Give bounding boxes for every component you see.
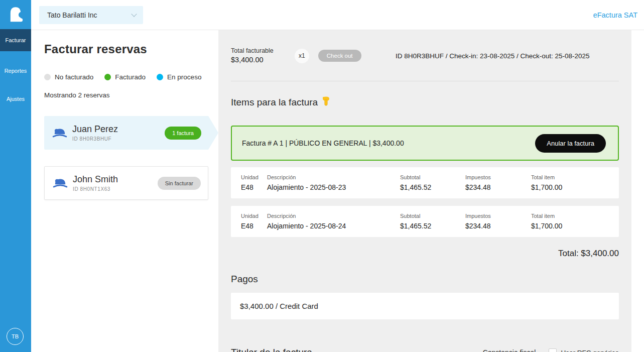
pagos-section-heading: Pagos <box>231 274 619 285</box>
constancia-fiscal-link[interactable]: Constancia fiscal <box>483 348 536 352</box>
titular-section: Titular de la factura Constancia fiscal … <box>231 347 619 352</box>
descripcion-column-header: Descripción <box>267 213 400 219</box>
total-item-value: $1,700.00 <box>531 183 609 191</box>
bed-icon <box>53 176 68 191</box>
bed-icon <box>52 126 67 141</box>
scrollbar-gutter <box>631 30 644 352</box>
guest-name: Juan Perez <box>72 124 165 135</box>
sidebar: Facturar Reportes Ajustes TB <box>0 0 31 352</box>
reservation-id: ID 8H0NT1X63 <box>73 186 158 192</box>
descripcion-column-header: Descripción <box>267 174 400 180</box>
reservation-id: ID 8H0R3BHUF <box>72 136 165 142</box>
topbar: Tato Barilatti Inc eFactura SAT <box>31 0 644 30</box>
total-facturable-block: Total facturable $3,400.00 <box>231 47 274 65</box>
reservation-info: Juan Perez ID 8H0R3BHUF <box>72 124 165 142</box>
sin-facturar-badge: Sin facturar <box>158 177 201 190</box>
factura-count-badge: 1 factura <box>165 127 201 140</box>
subtotal-column-header: Subtotal <box>400 213 465 219</box>
subtotal-value: $1,465.52 <box>400 222 465 230</box>
green-status-dot-icon <box>104 74 111 80</box>
invoice-grand-total: Total: $3,400.00 <box>231 249 619 259</box>
impuestos-column-header: Impuestos <box>465 213 531 219</box>
check-out-button[interactable]: Check out <box>318 50 361 62</box>
anular-factura-button[interactable]: Anular la factura <box>535 134 606 153</box>
reservations-panel: Facturar reservas No facturado Facturado… <box>31 30 218 352</box>
home-logo-icon <box>7 4 24 26</box>
rfc-generico-control: Usar RFC genérico <box>549 348 619 352</box>
items-section-heading: Items para la factura <box>231 96 619 108</box>
impuestos-value: $234.48 <box>465 222 531 230</box>
chevron-down-icon <box>131 11 137 17</box>
subtotal-value: $1,465.52 <box>400 183 465 191</box>
invoice-detail-panel: Total facturable $3,400.00 x1 Check out … <box>218 30 631 352</box>
property-selector-dropdown[interactable]: Tato Barilatti Inc <box>39 6 143 24</box>
legend-label: No facturado <box>55 73 93 81</box>
legend-facturado: Facturado <box>104 73 146 81</box>
unidad-value: E48 <box>241 183 267 191</box>
user-avatar[interactable]: TB <box>7 328 24 345</box>
sidebar-item-facturar[interactable]: Facturar <box>0 29 31 51</box>
subtotal-column-header: Subtotal <box>400 174 465 180</box>
pointing-down-emoji-icon <box>322 96 330 108</box>
impuestos-column-header: Impuestos <box>465 174 531 180</box>
legend-label: En proceso <box>167 73 201 81</box>
status-legend: No facturado Facturado En proceso <box>44 73 218 81</box>
total-item-column-header: Total item <box>531 174 609 180</box>
unidad-column-header: Unidad <box>241 174 267 180</box>
total-item-column-header: Total item <box>531 213 609 219</box>
reservation-dates-info: ID 8H0R3BHUF / Check-in: 23-08-2025 / Ch… <box>361 52 619 60</box>
reservation-count-text: Mostrando 2 reservas <box>44 91 218 99</box>
items-heading-text: Items para la factura <box>231 97 318 108</box>
descripcion-value: Alojamiento - 2025-08-23 <box>267 183 400 191</box>
legend-label: Facturado <box>115 73 146 81</box>
unidad-value: E48 <box>241 222 267 230</box>
factura-summary-text: Factura # A 1 | PÚBLICO EN GENERAL | $3,… <box>242 139 404 147</box>
reservation-card-john-smith[interactable]: John Smith ID 8H0NT1X63 Sin facturar <box>44 166 208 200</box>
property-selector-value: Tato Barilatti Inc <box>47 11 97 19</box>
invoice-header: Total facturable $3,400.00 x1 Check out … <box>231 47 619 65</box>
reservation-info: John Smith ID 8H0NT1X63 <box>73 174 158 192</box>
unidad-column-header: Unidad <box>241 213 267 219</box>
reservation-card-juan-perez[interactable]: Juan Perez ID 8H0R3BHUF 1 factura <box>44 116 218 150</box>
total-item-value: $1,700.00 <box>531 222 609 230</box>
impuestos-value: $234.48 <box>465 183 531 191</box>
page-title: Facturar reservas <box>44 42 218 56</box>
efactura-sat-link[interactable]: eFactura SAT <box>593 11 637 19</box>
sidebar-item-ajustes[interactable]: Ajustes <box>0 88 31 109</box>
descripcion-value: Alojamiento - 2025-08-24 <box>267 222 400 230</box>
factura-summary-box: Factura # A 1 | PÚBLICO EN GENERAL | $3,… <box>231 126 619 161</box>
invoice-item-row: Unidad E48 Descripción Alojamiento - 202… <box>231 167 619 198</box>
sidebar-item-reportes[interactable]: Reportes <box>0 60 31 81</box>
usar-rfc-generico-checkbox[interactable] <box>549 348 557 352</box>
legend-no-facturado: No facturado <box>44 73 93 81</box>
total-facturable-value: $3,400.00 <box>231 55 274 65</box>
payment-row: $3,400.00 / Credit Card <box>231 293 619 319</box>
app-logo[interactable] <box>0 0 31 29</box>
legend-en-proceso: En proceso <box>157 73 201 81</box>
guest-name: John Smith <box>73 174 158 185</box>
usar-rfc-generico-label: Usar RFC genérico <box>561 349 619 352</box>
header-divider <box>231 81 619 81</box>
reservation-multiplier-badge: x1 <box>295 49 309 63</box>
invoice-item-row: Unidad E48 Descripción Alojamiento - 202… <box>231 206 619 237</box>
blue-status-dot-icon <box>157 74 163 80</box>
titular-section-heading: Titular de la factura <box>231 347 483 352</box>
gray-status-dot-icon <box>44 74 51 80</box>
total-facturable-label: Total facturable <box>231 47 274 55</box>
